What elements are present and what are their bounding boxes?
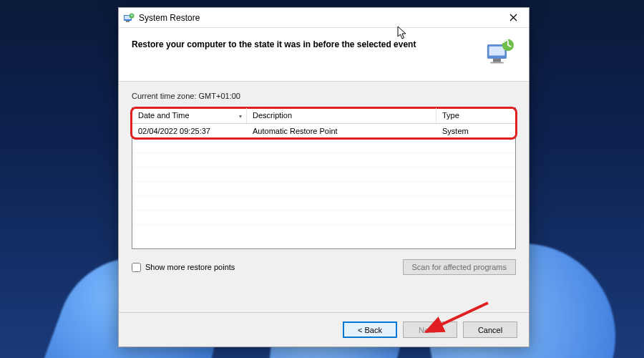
restore-hero-icon [484,38,516,67]
system-restore-window: System Restore Restore your computer to … [118,7,530,347]
close-icon [509,14,517,21]
options-row: Show more restore points Scan for affect… [132,259,516,275]
content-area: Current time zone: GMT+01:00 Date and Ti… [119,82,529,312]
cell-description: Automatic Restore Point [247,127,436,135]
cancel-button[interactable]: Cancel [463,321,517,338]
cell-type: System [436,127,515,135]
svg-rect-5 [489,47,505,56]
titlebar: System Restore [119,8,529,28]
svg-rect-2 [126,21,130,22]
table-header: Date and Time ▾ Description Type [132,108,515,124]
svg-rect-7 [490,62,503,64]
table-row[interactable]: 02/04/2022 09:25:37 Automatic Restore Po… [132,124,515,138]
wizard-header: Restore your computer to the state it wa… [119,28,529,82]
svg-rect-6 [493,59,501,62]
col-date-time[interactable]: Date and Time ▾ [132,108,247,123]
col-header-label: Date and Time [138,111,190,120]
window-title: System Restore [139,13,200,23]
wizard-footer: < Back Next > Cancel [119,312,529,347]
show-more-checkbox[interactable]: Show more restore points [132,263,235,272]
system-restore-icon [123,12,135,24]
show-more-label: Show more restore points [145,263,235,271]
col-description[interactable]: Description [247,108,436,123]
col-header-label: Description [253,111,292,120]
next-button[interactable]: Next > [403,321,457,338]
page-title: Restore your computer to the state it wa… [132,38,476,49]
scan-affected-button[interactable]: Scan for affected programs [403,259,516,275]
show-more-checkbox-input[interactable] [132,263,141,272]
col-header-label: Type [442,111,459,120]
close-button[interactable] [502,11,525,24]
restore-points-table[interactable]: Date and Time ▾ Description Type 02/04/2… [132,107,516,249]
cell-date-time: 02/04/2022 09:25:37 [132,127,247,135]
col-type[interactable]: Type [436,108,515,123]
back-button[interactable]: < Back [343,321,397,338]
sort-caret-icon: ▾ [239,113,242,120]
timezone-label: Current time zone: GMT+01:00 [132,92,516,100]
